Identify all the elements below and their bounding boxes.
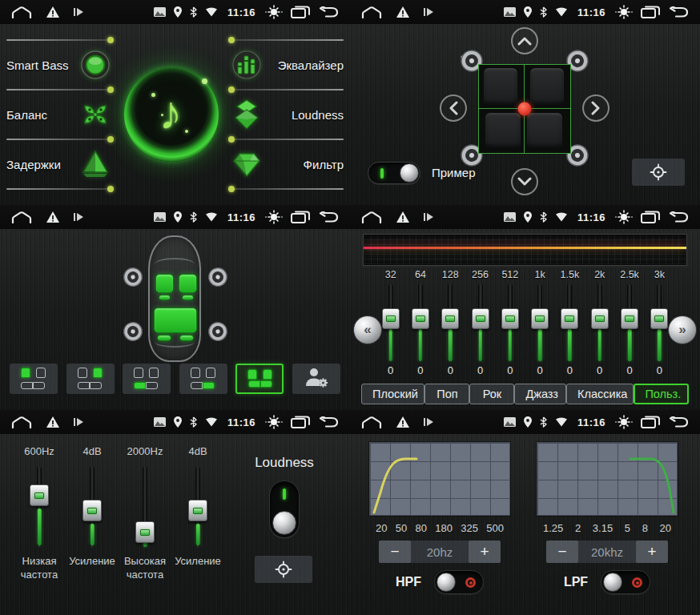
recent-apps-button[interactable]: [641, 416, 660, 428]
brightness-button[interactable]: [615, 5, 633, 19]
lpf-plus-button[interactable]: +: [636, 541, 668, 563]
menu-item-equalizer[interactable]: Эквалайзер: [228, 44, 345, 86]
preset-flat-button[interactable]: Плоский: [361, 384, 424, 404]
slider-handle[interactable]: [561, 308, 578, 329]
audio-main-button[interactable]: ♪: [124, 67, 219, 162]
prev-page-button[interactable]: «: [353, 316, 382, 344]
warning-icon: [396, 416, 409, 428]
reset-bass-button[interactable]: [255, 556, 312, 583]
recent-apps-button[interactable]: [641, 6, 660, 18]
eq-band-slider[interactable]: [620, 283, 639, 363]
home-button[interactable]: [11, 211, 32, 223]
menu-item-filter[interactable]: Фильтр: [228, 143, 345, 185]
menu-item-smart-bass[interactable]: Smart Bass: [5, 44, 114, 86]
eq-band-slider[interactable]: [560, 283, 579, 363]
eq-band-slider[interactable]: [530, 283, 549, 363]
lpf-curve: [537, 443, 677, 515]
zone-button-custom[interactable]: [292, 364, 340, 394]
low-gain-slider[interactable]: [82, 465, 102, 549]
slider-handle[interactable]: [650, 308, 668, 329]
preset-classic-button[interactable]: Классика: [566, 384, 634, 404]
back-button[interactable]: [668, 211, 689, 223]
zone-button-rear-left[interactable]: [123, 364, 171, 394]
fader-up-button[interactable]: [511, 27, 538, 54]
eq-band-slider[interactable]: [501, 283, 520, 363]
recent-apps-button[interactable]: [641, 211, 660, 223]
bluetooth-status-icon: [190, 6, 197, 18]
zone-button-all-seats[interactable]: [235, 364, 284, 394]
example-sound-toggle[interactable]: [368, 162, 420, 184]
eq-band-slider[interactable]: [471, 283, 490, 363]
home-button[interactable]: [361, 211, 382, 223]
balance-position-dot[interactable]: [518, 102, 532, 116]
menu-item-delays[interactable]: Задержки: [5, 143, 114, 185]
balance-right-button[interactable]: [582, 94, 609, 122]
slider-handle[interactable]: [30, 484, 49, 506]
slider-handle[interactable]: [441, 308, 459, 329]
zone-button-driver[interactable]: [10, 364, 58, 394]
reset-center-button[interactable]: [632, 159, 685, 186]
slider-handle[interactable]: [591, 308, 609, 329]
eq-band: 2.5k 0: [614, 269, 644, 377]
brightness-button[interactable]: [265, 415, 283, 429]
low-frequency-slider[interactable]: [30, 465, 49, 549]
slider-handle[interactable]: [531, 308, 549, 329]
back-button[interactable]: [318, 6, 339, 18]
lpf-minus-button[interactable]: −: [546, 541, 578, 563]
slider-handle[interactable]: [472, 308, 489, 329]
eq-band-frequency-label: 64: [415, 269, 426, 283]
brightness-button[interactable]: [265, 5, 283, 19]
hpf-plus-button[interactable]: +: [469, 541, 501, 563]
eq-band-slider[interactable]: [650, 283, 669, 363]
back-button[interactable]: [668, 6, 689, 18]
eq-band-slider[interactable]: [381, 283, 400, 363]
back-button[interactable]: [668, 416, 689, 428]
home-button[interactable]: [361, 416, 382, 428]
slider-handle[interactable]: [501, 308, 519, 329]
eq-band-slider[interactable]: [411, 283, 430, 363]
recent-apps-button[interactable]: [291, 6, 310, 18]
panel-balance: 11:16: [350, 0, 700, 205]
eq-band-slider[interactable]: [590, 283, 609, 363]
high-frequency-slider[interactable]: [135, 465, 155, 549]
menu-item-loudness[interactable]: Loudness: [228, 94, 345, 135]
hpf-minus-button[interactable]: −: [379, 541, 411, 563]
slider-track-lower: [509, 329, 513, 361]
recent-apps-button[interactable]: [291, 211, 310, 223]
slider-handle[interactable]: [188, 500, 207, 521]
slider-handle[interactable]: [412, 308, 429, 329]
next-page-button[interactable]: »: [668, 316, 697, 344]
menu-item-balance[interactable]: Баланс: [5, 94, 114, 135]
back-button[interactable]: [318, 211, 339, 223]
brightness-button[interactable]: [265, 210, 283, 224]
slider-handle[interactable]: [135, 521, 155, 543]
brightness-button[interactable]: [615, 415, 633, 429]
zone-button-rear-right[interactable]: [179, 364, 227, 394]
location-status-icon: [174, 211, 182, 223]
sparkle: [202, 78, 207, 84]
fader-down-button[interactable]: [511, 168, 538, 195]
preset-rock-button[interactable]: Рок: [469, 384, 514, 404]
eq-band-slider[interactable]: [441, 283, 460, 363]
preset-jazz-button[interactable]: Джазз: [514, 384, 566, 404]
home-button[interactable]: [11, 416, 32, 428]
home-button[interactable]: [11, 6, 32, 18]
preset-custom-button[interactable]: Польз.: [634, 384, 689, 404]
home-button[interactable]: [361, 6, 382, 18]
slider-handle[interactable]: [382, 308, 400, 329]
slider-handle[interactable]: [621, 308, 638, 329]
lpf-toggle[interactable]: [601, 570, 650, 594]
loudness-toggle[interactable]: [269, 480, 300, 538]
recent-apps-button[interactable]: [291, 416, 310, 428]
balance-left-button[interactable]: [440, 94, 467, 122]
high-gain-slider[interactable]: [188, 465, 207, 549]
zone-button-passenger[interactable]: [66, 364, 115, 394]
preset-pop-button[interactable]: Поп: [424, 384, 469, 404]
bass-high-freq-column: 2000Hz Высокая частота: [116, 445, 174, 582]
back-button[interactable]: [318, 416, 339, 428]
brightness-button[interactable]: [615, 210, 633, 224]
slider-handle[interactable]: [82, 500, 102, 521]
hpf-toggle[interactable]: [434, 570, 484, 594]
zone-rear-bench: [154, 308, 197, 333]
slider-name-label: Усиление: [63, 555, 121, 569]
